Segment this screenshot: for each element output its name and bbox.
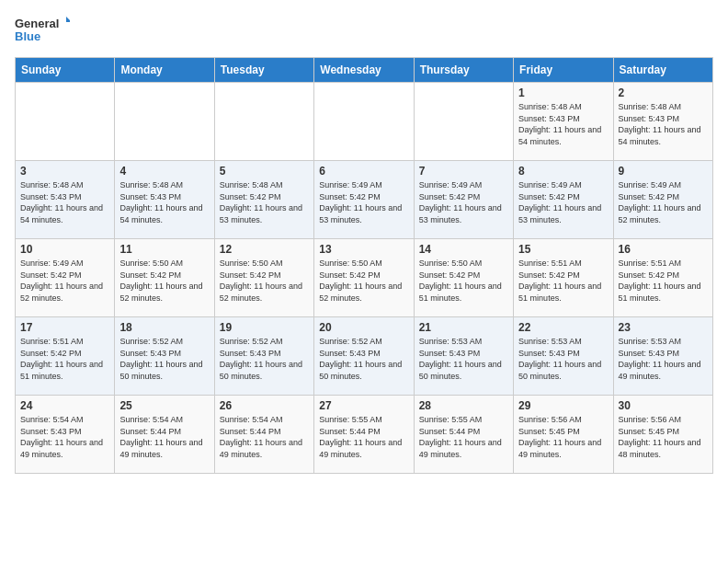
weekday-header-sunday: Sunday (16, 58, 115, 83)
day-info: Sunrise: 5:53 AMSunset: 5:43 PMDaylight:… (419, 336, 508, 382)
day-info: Sunrise: 5:48 AMSunset: 5:42 PMDaylight:… (220, 179, 309, 225)
day-cell: 4Sunrise: 5:48 AMSunset: 5:43 PMDaylight… (115, 161, 214, 239)
day-info: Sunrise: 5:48 AMSunset: 5:43 PMDaylight:… (518, 101, 608, 147)
day-cell: 27Sunrise: 5:55 AMSunset: 5:44 PMDayligh… (314, 396, 414, 474)
day-cell: 8Sunrise: 5:49 AMSunset: 5:42 PMDaylight… (514, 161, 613, 239)
day-cell: 16Sunrise: 5:51 AMSunset: 5:42 PMDayligh… (613, 239, 712, 317)
day-number: 7 (419, 165, 508, 178)
day-info: Sunrise: 5:49 AMSunset: 5:42 PMDaylight:… (319, 179, 408, 225)
day-info: Sunrise: 5:55 AMSunset: 5:44 PMDaylight:… (419, 414, 508, 460)
weekday-header-monday: Monday (115, 58, 214, 83)
day-number: 21 (419, 321, 508, 334)
weekday-header-saturday: Saturday (613, 58, 712, 83)
weekday-header-tuesday: Tuesday (214, 58, 313, 83)
day-number: 23 (619, 321, 708, 334)
day-number: 9 (619, 165, 708, 178)
day-info: Sunrise: 5:51 AMSunset: 5:42 PMDaylight:… (20, 336, 109, 382)
day-info: Sunrise: 5:48 AMSunset: 5:43 PMDaylight:… (619, 101, 708, 147)
day-number: 5 (220, 165, 309, 178)
day-cell: 19Sunrise: 5:52 AMSunset: 5:43 PMDayligh… (214, 317, 313, 396)
day-info: Sunrise: 5:48 AMSunset: 5:43 PMDaylight:… (20, 179, 109, 225)
day-number: 22 (518, 321, 608, 334)
day-number: 28 (419, 399, 508, 412)
weekday-header-thursday: Thursday (414, 58, 513, 83)
weekday-header-row: SundayMondayTuesdayWednesdayThursdayFrid… (16, 58, 713, 83)
logo-svg: General Blue (15, 15, 70, 48)
day-number: 16 (619, 243, 708, 256)
day-info: Sunrise: 5:52 AMSunset: 5:43 PMDaylight:… (220, 336, 309, 382)
day-cell: 5Sunrise: 5:48 AMSunset: 5:42 PMDaylight… (214, 161, 313, 239)
day-cell: 9Sunrise: 5:49 AMSunset: 5:42 PMDaylight… (613, 161, 712, 239)
day-number: 20 (319, 321, 408, 334)
day-number: 24 (20, 399, 109, 412)
day-number: 8 (518, 165, 608, 178)
day-info: Sunrise: 5:54 AMSunset: 5:43 PMDaylight:… (20, 414, 109, 460)
weekday-header-friday: Friday (514, 58, 613, 83)
day-number: 1 (518, 86, 608, 99)
day-cell: 2Sunrise: 5:48 AMSunset: 5:43 PMDaylight… (613, 83, 712, 161)
day-cell: 28Sunrise: 5:55 AMSunset: 5:44 PMDayligh… (414, 396, 513, 474)
weekday-header-wednesday: Wednesday (314, 58, 414, 83)
day-cell: 18Sunrise: 5:52 AMSunset: 5:43 PMDayligh… (115, 317, 214, 396)
day-cell: 15Sunrise: 5:51 AMSunset: 5:42 PMDayligh… (514, 239, 613, 317)
day-cell: 23Sunrise: 5:53 AMSunset: 5:43 PMDayligh… (613, 317, 712, 396)
day-cell: 6Sunrise: 5:49 AMSunset: 5:42 PMDaylight… (314, 161, 414, 239)
day-info: Sunrise: 5:48 AMSunset: 5:43 PMDaylight:… (119, 179, 209, 225)
svg-text:General: General (15, 17, 59, 30)
day-cell (314, 83, 414, 161)
day-number: 15 (518, 243, 608, 256)
day-cell (214, 83, 313, 161)
day-number: 11 (119, 243, 209, 256)
day-cell: 7Sunrise: 5:49 AMSunset: 5:42 PMDaylight… (414, 161, 513, 239)
calendar: SundayMondayTuesdayWednesdayThursdayFrid… (15, 57, 713, 474)
day-info: Sunrise: 5:56 AMSunset: 5:45 PMDaylight:… (619, 414, 708, 460)
day-number: 12 (220, 243, 309, 256)
day-cell: 12Sunrise: 5:50 AMSunset: 5:42 PMDayligh… (214, 239, 313, 317)
day-cell: 26Sunrise: 5:54 AMSunset: 5:44 PMDayligh… (214, 396, 313, 474)
day-info: Sunrise: 5:54 AMSunset: 5:44 PMDaylight:… (119, 414, 209, 460)
day-number: 26 (220, 399, 309, 412)
day-info: Sunrise: 5:49 AMSunset: 5:42 PMDaylight:… (20, 258, 109, 304)
week-row-2: 3Sunrise: 5:48 AMSunset: 5:43 PMDaylight… (16, 161, 713, 239)
svg-marker-2 (64, 15, 70, 22)
day-cell: 29Sunrise: 5:56 AMSunset: 5:45 PMDayligh… (514, 396, 613, 474)
day-cell (115, 83, 214, 161)
day-number: 2 (619, 86, 708, 99)
day-cell: 30Sunrise: 5:56 AMSunset: 5:45 PMDayligh… (613, 396, 712, 474)
week-row-5: 24Sunrise: 5:54 AMSunset: 5:43 PMDayligh… (16, 396, 713, 474)
day-info: Sunrise: 5:50 AMSunset: 5:42 PMDaylight:… (119, 258, 209, 304)
day-number: 17 (20, 321, 109, 334)
day-cell: 24Sunrise: 5:54 AMSunset: 5:43 PMDayligh… (16, 396, 115, 474)
page-header: General Blue (15, 15, 713, 48)
day-info: Sunrise: 5:53 AMSunset: 5:43 PMDaylight:… (619, 336, 708, 382)
day-info: Sunrise: 5:52 AMSunset: 5:43 PMDaylight:… (119, 336, 209, 382)
day-cell: 1Sunrise: 5:48 AMSunset: 5:43 PMDaylight… (514, 83, 613, 161)
day-info: Sunrise: 5:50 AMSunset: 5:42 PMDaylight:… (319, 258, 408, 304)
day-cell: 21Sunrise: 5:53 AMSunset: 5:43 PMDayligh… (414, 317, 513, 396)
day-cell: 11Sunrise: 5:50 AMSunset: 5:42 PMDayligh… (115, 239, 214, 317)
day-cell: 14Sunrise: 5:50 AMSunset: 5:42 PMDayligh… (414, 239, 513, 317)
day-cell: 25Sunrise: 5:54 AMSunset: 5:44 PMDayligh… (115, 396, 214, 474)
day-number: 3 (20, 165, 109, 178)
day-number: 4 (119, 165, 209, 178)
day-number: 19 (220, 321, 309, 334)
day-number: 14 (419, 243, 508, 256)
day-number: 13 (319, 243, 408, 256)
day-number: 6 (319, 165, 408, 178)
week-row-1: 1Sunrise: 5:48 AMSunset: 5:43 PMDaylight… (16, 83, 713, 161)
day-info: Sunrise: 5:50 AMSunset: 5:42 PMDaylight:… (419, 258, 508, 304)
day-info: Sunrise: 5:51 AMSunset: 5:42 PMDaylight:… (619, 258, 708, 304)
day-info: Sunrise: 5:49 AMSunset: 5:42 PMDaylight:… (419, 179, 508, 225)
day-number: 18 (119, 321, 209, 334)
day-info: Sunrise: 5:49 AMSunset: 5:42 PMDaylight:… (518, 179, 608, 225)
day-info: Sunrise: 5:53 AMSunset: 5:43 PMDaylight:… (518, 336, 608, 382)
week-row-3: 10Sunrise: 5:49 AMSunset: 5:42 PMDayligh… (16, 239, 713, 317)
day-info: Sunrise: 5:56 AMSunset: 5:45 PMDaylight:… (518, 414, 608, 460)
day-number: 30 (619, 399, 708, 412)
day-info: Sunrise: 5:49 AMSunset: 5:42 PMDaylight:… (619, 179, 708, 225)
day-number: 25 (119, 399, 209, 412)
day-cell: 20Sunrise: 5:52 AMSunset: 5:43 PMDayligh… (314, 317, 414, 396)
svg-text:Blue: Blue (15, 29, 40, 43)
week-row-4: 17Sunrise: 5:51 AMSunset: 5:42 PMDayligh… (16, 317, 713, 396)
day-cell: 3Sunrise: 5:48 AMSunset: 5:43 PMDaylight… (16, 161, 115, 239)
